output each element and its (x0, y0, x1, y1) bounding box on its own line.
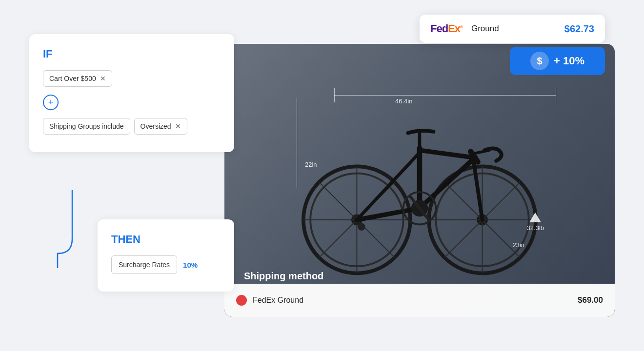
cart-condition-text: Cart Over $500 (49, 75, 96, 82)
shipping-groups-tag: Shipping Groups include (43, 118, 130, 135)
fedex-logo: FedEx® (430, 22, 463, 35)
depth-dimension: 23in (512, 241, 524, 249)
weight-badge: 32.3lb (527, 211, 544, 232)
then-label: THEN (111, 233, 221, 246)
fedex-fed: Fed (430, 22, 448, 35)
then-action-row: Surcharge Rates 10% (111, 255, 221, 274)
dim-line-height (297, 98, 297, 188)
svg-line-19 (483, 220, 520, 257)
right-panel: FedEx® Ground $62.73 $ + 10% (215, 15, 615, 336)
svg-point-35 (358, 223, 365, 231)
oversized-tag[interactable]: Oversized ✕ (134, 118, 187, 135)
shipping-groups-text: Shipping Groups include (49, 122, 124, 130)
surcharge-rates-tag: Surcharge Rates (111, 255, 177, 274)
dim-line-width (334, 95, 556, 96)
bike-svg (278, 83, 561, 278)
weight-icon (528, 211, 542, 224)
fedex-card: FedEx® Ground $62.73 (420, 15, 605, 43)
svg-marker-36 (529, 213, 541, 222)
shipping-method-bar[interactable]: FedEx Ground $69.00 (224, 284, 615, 317)
fedex-indicator-dot (236, 295, 247, 306)
cart-condition-tag[interactable]: Cart Over $500 ✕ (43, 70, 112, 87)
dim-tick-right (556, 88, 556, 102)
surcharge-rates-text: Surcharge Rates (119, 261, 170, 269)
shipping-method-price: $69.00 (578, 295, 603, 305)
oversized-text: Oversized (141, 122, 171, 130)
connector (62, 195, 64, 254)
bike-image: 46.4in 22in 23in 32.3lb Shipping method (224, 44, 615, 317)
shipping-method-name: FedEx Ground (236, 295, 303, 306)
surcharge-badge: $ + 10% (510, 47, 605, 75)
svg-line-9 (319, 220, 357, 257)
cart-condition-remove[interactable]: ✕ (100, 75, 106, 82)
surcharge-text: + 10% (554, 55, 584, 67)
svg-line-20 (444, 220, 482, 257)
shipping-method-label: Shipping method (244, 271, 323, 282)
dim-tick-left (334, 88, 335, 102)
if-card: IF Cart Over $500 ✕ + Shipping Groups in… (29, 34, 234, 152)
rate-link[interactable]: 10% (183, 261, 198, 269)
svg-line-25 (420, 150, 471, 157)
dollar-icon: $ (530, 52, 549, 70)
weight-value: 32.3lb (527, 224, 544, 232)
svg-line-21 (483, 182, 520, 220)
fedex-price: $62.73 (564, 23, 594, 35)
oversized-remove[interactable]: ✕ (175, 123, 181, 130)
fedex-ex: Ex (448, 22, 460, 35)
if-label: IF (43, 48, 221, 60)
then-card: THEN Surcharge Rates 10% (98, 219, 234, 292)
fedex-service: Ground (471, 24, 499, 34)
svg-line-7 (319, 182, 357, 220)
condition-row-2: Shipping Groups include Oversized ✕ (43, 118, 221, 135)
condition-row-1: Cart Over $500 ✕ (43, 70, 221, 87)
add-condition-button[interactable]: + (43, 95, 59, 110)
svg-line-26 (420, 157, 475, 208)
width-dimension: 46.4in (395, 98, 412, 105)
height-dimension: 22in (305, 161, 317, 168)
